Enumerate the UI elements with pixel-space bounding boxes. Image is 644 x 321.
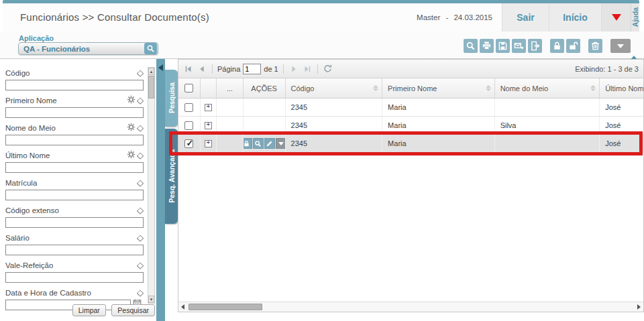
primeiro-nome-cell: Maria [382,135,495,152]
title-bar: Funcionários >> Consultar Documento(s) M… [3,3,639,31]
search-field-input[interactable] [5,245,144,255]
sair-button[interactable]: Sair [502,3,549,31]
dots-column-header[interactable]: ... [217,78,244,98]
ultimo-nome-cell: José [600,135,643,152]
session-info: Master - 24.03.2015 [417,13,492,21]
search-field-matricula: Matrícula ◇ [5,178,144,200]
expand-row-icon[interactable] [205,104,212,111]
ultimo-nome-column-header[interactable]: Último Nome [600,78,643,98]
application-label: Aplicação [19,34,54,42]
clear-field-icon[interactable]: ◇ [137,289,144,297]
prev-page-icon[interactable] [197,64,207,74]
toolbar [462,39,631,53]
title-bar-right: Master - 24.03.2015 Sair Início Ajuda [417,3,639,31]
clear-field-icon[interactable]: ◇ [137,69,144,77]
row-view-icon[interactable] [253,138,264,149]
clear-field-icon[interactable]: ◇ [137,206,144,214]
first-page-icon[interactable] [183,64,194,74]
table-row[interactable]: 2345 Maria José [178,99,643,117]
horizontal-scrollbar[interactable] [178,302,643,312]
lock-icon[interactable] [550,39,564,53]
row-more-icon[interactable] [276,138,286,149]
panel-scrollbar[interactable]: ▲ ▼ [148,67,155,304]
hscrollbar-thumb[interactable] [189,304,262,310]
clear-field-icon[interactable]: ◇ [137,261,144,269]
menu-dropdown-button[interactable] [601,3,631,31]
options-gear-icon[interactable] [127,94,136,107]
codigo-column-header[interactable]: Código [286,78,383,98]
application-search-icon[interactable] [144,43,157,54]
page-title: Funcionários >> Consultar Documento(s) [20,11,209,23]
row-actions-cell [244,117,286,134]
pesquisar-button[interactable]: Pesquisar [111,304,155,316]
clear-field-icon[interactable]: ◇ [137,97,144,105]
expand-row-icon[interactable] [205,122,212,129]
search-icon[interactable] [464,39,478,53]
send-email-icon[interactable] [512,39,526,53]
table-row[interactable]: 2345 Maria Silva José [178,117,643,135]
primeiro-nome-cell: Maria [382,117,495,134]
search-field-input[interactable] [5,162,144,173]
acoes-column-header: AÇÕES [244,78,286,98]
export-icon[interactable] [528,39,542,53]
application-selected-value: QA - Funcionários [19,45,144,53]
row-lock-icon[interactable] [244,138,252,149]
options-gear-icon[interactable] [127,122,136,134]
nome-do-meio-column-header[interactable]: Nome do Meio [495,78,600,98]
search-field-input[interactable] [5,80,144,90]
tab-pesq-avancada[interactable]: Pesq. Avançada [165,129,178,224]
page-of-label: de 1 [264,65,278,73]
ajuda-tab[interactable]: Ajuda [631,3,639,31]
more-actions-icon[interactable] [610,39,631,53]
sort-icon[interactable] [486,85,491,91]
row-checkbox[interactable] [184,103,193,112]
scroll-up-icon[interactable]: ▲ [148,68,154,75]
last-page-icon[interactable] [302,64,313,74]
search-field-input[interactable] [5,217,144,228]
search-field-input[interactable] [5,107,144,118]
row-checkbox[interactable] [184,121,193,130]
row-checkbox[interactable] [184,139,193,148]
next-page-icon[interactable] [288,64,299,74]
search-field-vale-refeicao: Vale-Refeição ◇ [5,261,144,283]
clear-field-icon[interactable]: ◇ [137,234,144,242]
unlock-icon[interactable] [566,39,580,53]
scroll-left-icon[interactable] [178,302,187,312]
inicio-button[interactable]: Início [549,3,601,31]
scroll-down-icon[interactable]: ▼ [148,296,154,303]
options-gear-icon[interactable] [127,149,136,162]
print-icon[interactable] [480,39,494,53]
expand-row-icon[interactable] [205,140,212,147]
sort-icon[interactable] [590,85,596,91]
clear-field-icon[interactable]: ◇ [137,124,144,132]
panel-collapse-strip[interactable] [156,59,165,321]
clear-field-icon[interactable]: ◇ [137,151,144,159]
primeiro-nome-column-header[interactable]: Primeiro Nome [382,78,495,98]
refresh-icon[interactable] [323,64,333,74]
collapse-panel-icon[interactable] [158,64,163,71]
page-number-input[interactable] [243,64,261,74]
search-field-input[interactable] [5,190,144,200]
scroll-right-icon[interactable] [635,302,643,312]
search-field-input[interactable] [5,135,144,145]
nome-do-meio-cell [495,99,600,116]
pagina-label: Página [217,65,240,73]
scrollbar-thumb[interactable] [148,76,154,99]
red-triangle-icon [612,14,621,21]
application-select[interactable]: QA - Funcionários [18,42,158,55]
sort-icon[interactable] [373,85,378,91]
select-all-checkbox[interactable] [184,84,193,92]
search-field-ultimo-nome: Último Nome ◇ [5,151,144,173]
limpar-button[interactable]: Limpar [72,304,106,316]
table-row-selected[interactable]: 2345 Maria José [178,135,643,153]
search-field-codigo-extenso: Código extenso ◇ [5,206,144,228]
search-field-input[interactable] [5,272,144,283]
row-edit-icon[interactable] [264,138,275,149]
expand-column-header [201,78,217,98]
save-icon[interactable] [496,39,510,53]
nome-do-meio-cell: Silva [495,117,600,134]
main-area: Código ◇ Primeiro Nome ◇ Nome do Meio ◇ [0,59,644,321]
clear-field-icon[interactable]: ◇ [137,179,144,187]
tab-pesquisa[interactable]: Pesquisa [165,70,178,127]
delete-icon[interactable] [588,39,602,53]
